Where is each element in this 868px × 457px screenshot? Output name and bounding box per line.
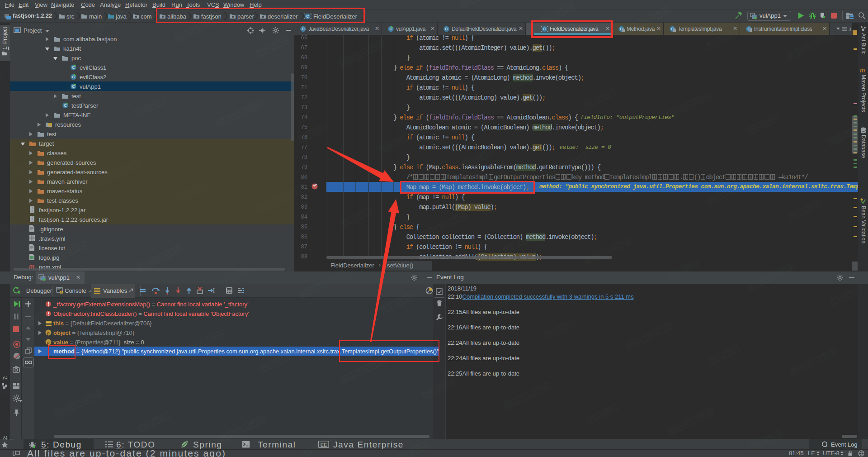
svg-text:EE: EE [321, 442, 327, 447]
svg-text:C: C [302, 27, 305, 31]
svg-text:p: p [47, 330, 50, 335]
svg-text:3: 3 [849, 27, 851, 32]
svg-text:p: p [47, 340, 50, 345]
svg-text:C: C [445, 27, 448, 31]
